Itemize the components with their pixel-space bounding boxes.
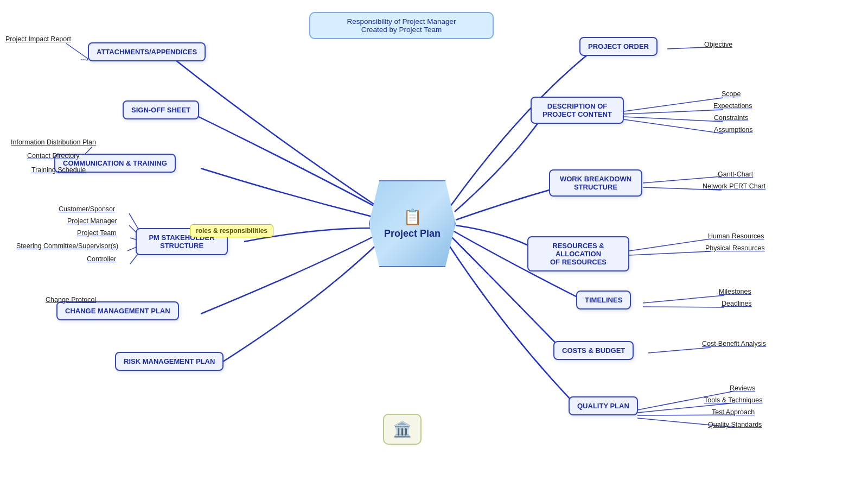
leaf-tools-tech: Tools & Techniques <box>704 396 762 404</box>
signoff-label: SIGN-OFF SHEET <box>131 106 190 114</box>
svg-line-1 <box>87 59 88 61</box>
quality-node: QUALITY PLAN <box>569 396 638 415</box>
leaf-physical-res: Physical Resources <box>705 244 765 252</box>
svg-line-15 <box>624 119 723 134</box>
leaf-contact-dir: Contact Directory <box>27 152 80 160</box>
leaf-milestones: Milestones <box>719 288 751 295</box>
quality-label: QUALITY PLAN <box>577 402 629 410</box>
leaf-deadlines: Deadlines <box>722 300 752 307</box>
svg-line-19 <box>629 251 711 255</box>
leaf-reviews: Reviews <box>730 384 755 392</box>
leaf-project-impact: Project Impact Report <box>5 35 71 43</box>
timelines-label: TIMELINES <box>585 296 622 304</box>
header-label: Responsibility of Project Manager Create… <box>347 17 456 34</box>
leaf-steering: Steering Committee/Supervisor(s) <box>16 242 118 250</box>
header-node: Responsibility of Project Manager Create… <box>309 12 494 39</box>
leaf-customer-sponsor: Customer/Sponsor <box>59 205 115 213</box>
svg-line-22 <box>648 348 711 353</box>
leaf-scope: Scope <box>722 90 741 98</box>
change-mgmt-label: CHANGE MANAGEMENT PLAN <box>65 307 170 315</box>
resources-label: RESOURCES & ALLOCATION OF RESOURCES <box>550 242 607 266</box>
signoff-node: SIGN-OFF SHEET <box>123 100 199 119</box>
svg-line-18 <box>629 239 711 251</box>
svg-line-11 <box>667 47 706 49</box>
costs-node: COSTS & BUDGET <box>553 341 634 360</box>
leaf-training-sched: Training Schedule <box>31 166 86 174</box>
leaf-quality-std: Quality Standards <box>708 421 762 428</box>
attachments-label: ATTACHMENTS/APPENDICES <box>97 48 197 56</box>
leaf-assumptions: Assumptions <box>714 126 753 134</box>
timelines-node: TIMELINES <box>576 290 631 310</box>
risk-mgmt-label: RISK MANAGEMENT PLAN <box>124 357 215 365</box>
leaf-gantt: Gantt-Chart <box>718 170 753 178</box>
project-order-node: PROJECT ORDER <box>579 37 658 56</box>
svg-line-14 <box>624 117 723 122</box>
leaf-human-res: Human Resources <box>708 232 764 240</box>
resources-node: RESOURCES & ALLOCATION OF RESOURCES <box>527 236 629 271</box>
leaf-proj-manager: Project Manager <box>67 217 117 225</box>
leaf-test-approach: Test Approach <box>712 408 755 416</box>
bottom-icon: 🏛️ <box>393 421 412 438</box>
bottom-icon-node: 🏛️ <box>383 414 422 445</box>
work-breakdown-node: WORK BREAKDOWN STRUCTURE <box>549 169 642 197</box>
center-label: Project Plan <box>384 228 441 239</box>
leaf-objective: Objective <box>704 41 732 48</box>
attachments-node: ATTACHMENTS/APPENDICES <box>88 42 206 61</box>
project-plan-icon: 📋 <box>403 208 422 226</box>
svg-line-13 <box>624 110 723 114</box>
leaf-controller: Controller <box>87 255 116 263</box>
change-mgmt-node: CHANGE MANAGEMENT PLAN <box>56 301 179 320</box>
svg-line-20 <box>643 295 724 303</box>
costs-label: COSTS & BUDGET <box>562 346 625 355</box>
leaf-ellipsis: ... <box>80 54 86 62</box>
svg-line-12 <box>624 98 723 111</box>
leaf-info-dist: Information Distribution Plan <box>11 138 96 146</box>
project-order-label: PROJECT ORDER <box>588 42 649 50</box>
description-node: DESCRIPTION OF PROJECT CONTENT <box>531 97 624 124</box>
leaf-cost-benefit: Cost-Benefit Analysis <box>702 340 766 348</box>
center-node: 📋 Project Plan <box>369 180 456 267</box>
description-label: DESCRIPTION OF PROJECT CONTENT <box>542 102 612 118</box>
roles-badge-label: roles & responsibilities <box>196 227 267 235</box>
svg-line-21 <box>643 307 724 307</box>
roles-badge: roles & responsibilities <box>190 224 273 237</box>
leaf-pert: Network PERT Chart <box>703 182 765 190</box>
work-breakdown-label: WORK BREAKDOWN STRUCTURE <box>560 175 631 191</box>
leaf-constraints: Constraints <box>714 114 748 122</box>
leaf-change-protocol: Change Protocol <box>46 296 96 304</box>
leaf-expectations: Expectations <box>713 102 752 110</box>
leaf-proj-team: Project Team <box>77 229 117 237</box>
risk-mgmt-node: RISK MANAGEMENT PLAN <box>115 352 224 371</box>
